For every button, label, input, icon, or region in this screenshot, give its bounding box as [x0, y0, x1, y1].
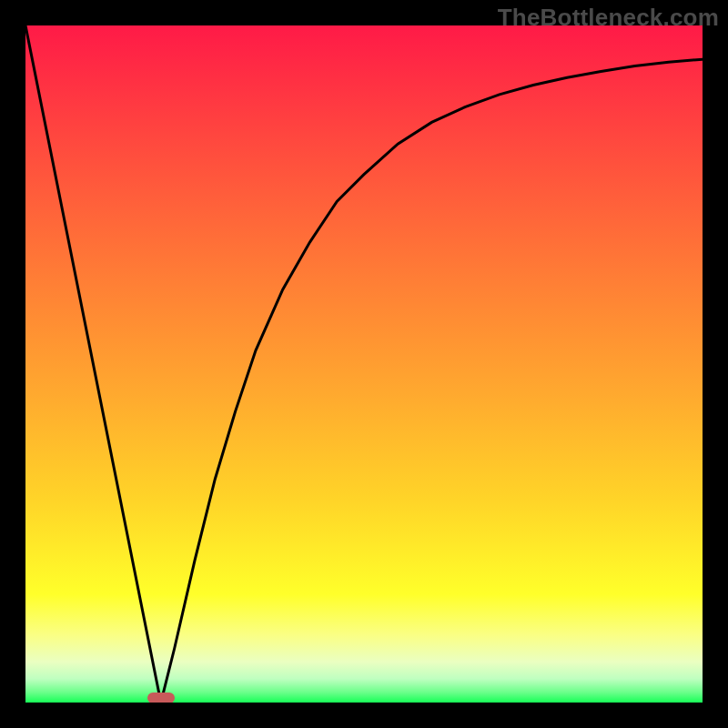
svg-line-0: [25, 25, 161, 703]
chart-frame: TheBottleneck.com: [0, 0, 728, 728]
watermark-text: TheBottleneck.com: [498, 4, 719, 32]
optimal-indicator: [147, 693, 175, 703]
plot-area: [25, 25, 703, 703]
bottleneck-curve: [25, 25, 703, 703]
